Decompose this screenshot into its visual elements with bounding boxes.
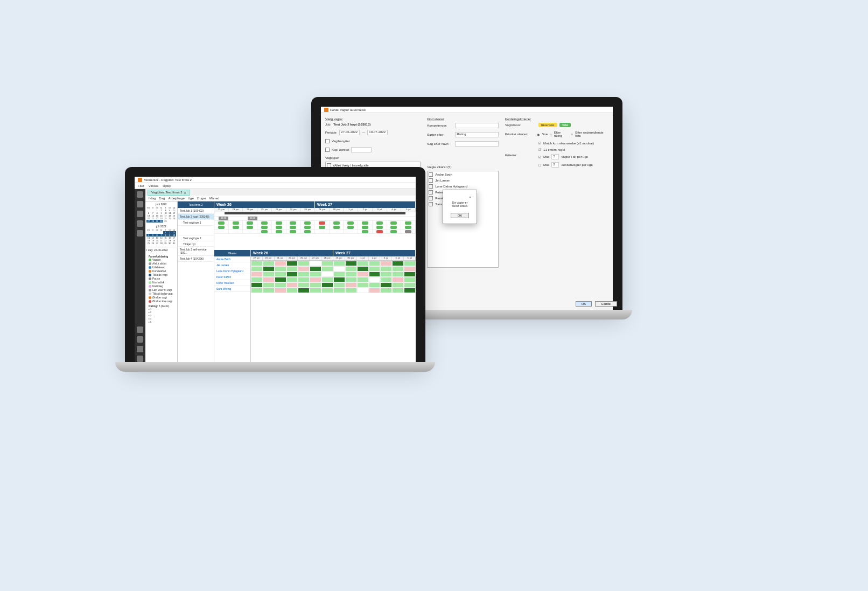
subtab-dag[interactable]: Dag [159,197,165,200]
shift-chip[interactable] [290,221,296,225]
shift-chip[interactable] [333,221,340,225]
shift-chip[interactable] [362,230,368,233]
schedule-cell[interactable] [321,261,333,266]
vikar-item[interactable]: René Truelsen [214,280,250,286]
schedule-cell[interactable] [380,282,392,288]
schedule-cell[interactable] [357,288,369,293]
schedule-cell[interactable] [321,272,333,277]
chk-kopi[interactable] [325,148,330,152]
schedule-cell[interactable] [310,277,321,282]
schedule-cell[interactable] [404,261,416,266]
radio-liste[interactable]: ○ [571,133,573,136]
schedule-cell[interactable] [380,266,392,272]
shift-chip[interactable] [390,221,397,225]
schedule-cell[interactable] [345,282,357,288]
vikar-item[interactable]: Andre Bøch [214,256,250,262]
schedule-cell[interactable] [404,277,416,282]
schedule-cell[interactable] [310,261,321,266]
shift-chip[interactable] [218,221,225,225]
schedule-cell[interactable] [333,272,345,277]
rail-icon-dashboard[interactable] [137,191,143,198]
chk-k1[interactable]: ☑ [538,141,541,145]
shift-chip[interactable] [405,226,411,229]
schedule-cell[interactable] [298,261,310,266]
shift-chip[interactable] [390,226,397,229]
close-icon[interactable]: ✕ [184,191,186,194]
radio-sne[interactable]: ◉ [537,133,540,136]
schedule-cell[interactable] [380,288,392,293]
schedule-cell[interactable] [321,266,333,272]
subtab-arbejdsuge[interactable]: Arbejdsuge [168,197,184,200]
schedule-cell[interactable] [345,266,357,272]
schedule-cell[interactable] [380,261,392,266]
schedule-cell[interactable] [310,266,321,272]
schedule-cell[interactable] [321,282,333,288]
schedule-cell[interactable] [286,266,298,272]
tree-item[interactable]: Test vagttype 2 [178,235,214,241]
schedule-cell[interactable] [357,272,369,277]
rail-icon-search[interactable] [137,336,143,343]
rail-icon-money[interactable] [137,201,143,207]
schedule-cell[interactable] [392,272,404,277]
schedule-cell[interactable] [357,261,369,266]
shift-chip[interactable] [376,230,383,233]
menu-hjaelp[interactable]: Hjælp [163,184,171,187]
tree-item[interactable]: Test Job 3 self-service (309... [178,247,214,256]
schedule-cell[interactable] [310,282,321,288]
shift-chip[interactable] [276,230,282,233]
shift-chip[interactable] [218,226,225,229]
schedule-cell[interactable] [369,261,381,266]
schedule-cell[interactable] [275,261,286,266]
schedule-cell[interactable] [357,277,369,282]
chk-k3[interactable]: ☑ [538,155,541,159]
shift-chip[interactable] [276,221,282,225]
schedule-cell[interactable] [369,288,381,293]
kopi-date[interactable] [351,147,372,152]
schedule-cell[interactable] [263,272,275,277]
schedule-cell[interactable] [369,277,381,282]
rail-icon-info[interactable] [137,230,143,237]
shift-chip[interactable] [405,221,411,225]
subtab-maaned[interactable]: Måned [209,197,219,200]
ok-button[interactable]: OK [576,301,592,307]
shift-chip[interactable] [276,226,282,229]
schedule-cell[interactable] [392,261,404,266]
schedule-cell[interactable] [275,282,286,288]
vikar-item[interactable]: Peter Sahlin [214,274,250,280]
schedule-cell[interactable] [333,288,345,293]
schedule-cell[interactable] [263,288,275,293]
tab-vagtplan[interactable]: Vagtplan: Test firma 2✕ [148,190,190,196]
schedule-cell[interactable] [369,282,381,288]
shift-chip[interactable] [347,221,354,225]
shift-chip[interactable] [347,226,354,229]
schedule-cell[interactable] [251,272,263,277]
shift-chip[interactable] [290,230,296,233]
schedule-cell[interactable] [333,261,345,266]
shift-chip[interactable] [319,226,325,229]
shift-chip[interactable] [304,230,311,233]
schedule-cell[interactable] [333,266,345,272]
chk-vagtbenyt[interactable] [325,139,330,143]
vikar-item[interactable]: Lone Dahm Hylsgaard [214,268,250,274]
shift-chip[interactable] [233,226,239,229]
schedule-cell[interactable] [263,277,275,282]
schedule-cell[interactable] [392,266,404,272]
schedule-cell[interactable] [392,277,404,282]
schedule-cell[interactable] [263,282,275,288]
schedule-cell[interactable] [345,277,357,282]
schedule-cell[interactable] [298,277,310,282]
schedule-cell[interactable] [380,277,392,282]
shift-chip[interactable] [261,226,268,229]
schedule-cell[interactable] [333,277,345,282]
tree-item[interactable]: Test vagttype 1 [178,220,214,226]
status-tildel[interactable]: Tildel [559,123,571,127]
schedule-cell[interactable] [345,261,357,266]
schedule-cell[interactable] [251,277,263,282]
shift-chip[interactable] [376,226,383,229]
vikar-item[interactable]: Jet Larsen [214,262,250,268]
schedule-cell[interactable] [263,261,275,266]
calendar-july[interactable]: juli 2022 mationtofrløsø1234567891011121… [146,225,176,245]
search-input[interactable] [455,141,499,147]
radio-rating[interactable]: ○ [550,133,552,136]
schedule-cell[interactable] [275,272,286,277]
